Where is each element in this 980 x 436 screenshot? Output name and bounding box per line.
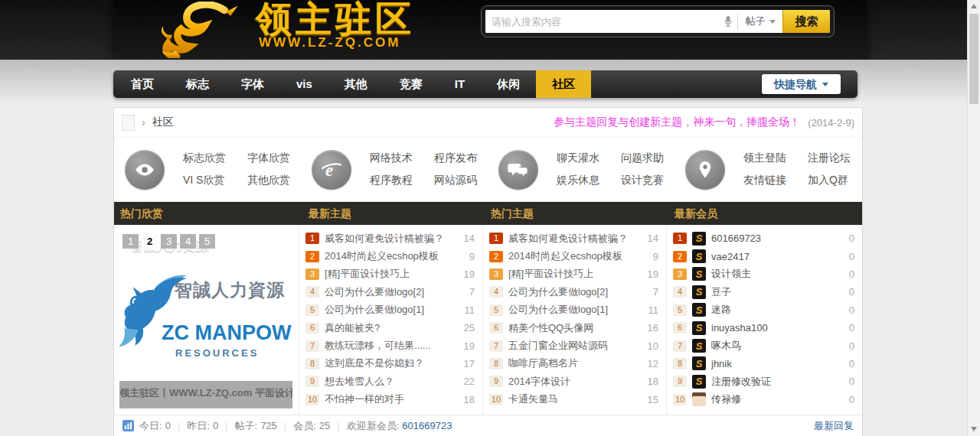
topic-row: 92014字体设计18	[489, 373, 658, 390]
search-input[interactable]	[485, 10, 719, 33]
topic-link[interactable]: [精]平面设计技巧上	[508, 267, 643, 281]
stat-label: 今日:	[139, 419, 162, 433]
latest-reply-link[interactable]: 最新回复	[814, 419, 854, 433]
chat-bubbles-icon	[498, 150, 538, 190]
rank-badge: 10	[489, 394, 503, 405]
ie-browser-icon: e	[312, 150, 351, 190]
member-link[interactable]: 豆子	[711, 285, 844, 299]
member-link[interactable]: inuyasha100	[711, 322, 844, 334]
section-title-latest-topics: 最新主题	[299, 202, 483, 225]
category-link[interactable]: VI S欣赏	[183, 174, 226, 187]
notice-date: (2014-2-9)	[808, 117, 854, 129]
topic-link[interactable]: 2014字体设计	[508, 375, 643, 389]
topic-link[interactable]: 不怕神一样的对手	[325, 392, 459, 406]
category-link[interactable]: 标志欣赏	[183, 151, 226, 165]
category-link[interactable]: 程序教程	[370, 174, 413, 187]
topic-link[interactable]: 真的能被夹?	[325, 321, 459, 335]
topic-link[interactable]: 五金门窗企业网站源码	[508, 339, 643, 353]
slider-page-button[interactable]: 5	[199, 234, 215, 249]
header: 领主驻区 WWW.LZ-ZQ.COM 帖子 搜索	[113, 0, 867, 60]
search-button[interactable]: 搜索	[782, 10, 830, 33]
nav-item[interactable]: vis	[280, 70, 328, 98]
nav-item[interactable]: 其他	[328, 70, 384, 98]
slider-page-button[interactable]: 4	[180, 234, 196, 249]
member-link[interactable]: 啄木鸟	[711, 339, 844, 353]
topic-link[interactable]: 威客如何避免设计稿被骗？	[325, 232, 459, 246]
reply-count: 12	[648, 358, 658, 369]
nav-item[interactable]: 字体	[225, 70, 280, 98]
topic-row: 22014时尚起义ecshop模板9	[489, 247, 658, 265]
slider-page-button[interactable]: 2	[142, 234, 158, 249]
member-link[interactable]: vae2417	[711, 251, 844, 262]
nav-item[interactable]: 社区	[536, 70, 591, 98]
scroll-up-icon[interactable]	[971, 4, 977, 8]
nav-item[interactable]: IT	[439, 70, 481, 98]
vertical-scrollbar[interactable]	[967, 0, 980, 436]
microphone-icon[interactable]	[719, 10, 737, 33]
topic-link[interactable]: 卡通矢量马	[508, 392, 643, 406]
slide-image[interactable]: 智誠人力資源 ZC MANPOWER RESOURCES 领主驻区丨WWW.LZ…	[119, 231, 292, 408]
topic-link[interactable]: 公司为什么要做logo[1]	[508, 303, 644, 317]
category-link[interactable]: 问题求助	[621, 151, 664, 165]
topic-row: 10卡通矢量马15	[489, 391, 658, 408]
new-member-link[interactable]: 601669723	[402, 420, 452, 431]
topic-link[interactable]: 公司为什么要做logo[2]	[325, 285, 465, 299]
slider-page-button[interactable]: 1	[122, 234, 139, 249]
topic-row: 5公司为什么要做logo[1]11	[305, 301, 475, 319]
category-link[interactable]: 网络技术	[370, 151, 413, 165]
category-link[interactable]: 娱乐休息	[557, 174, 599, 187]
nav-item[interactable]: 标志	[170, 70, 225, 98]
member-link[interactable]: 注册修改验证	[711, 375, 844, 389]
section-title-new-members: 最新会员	[667, 202, 862, 225]
forum-notice-link[interactable]: 参与主题回复与创建新主题，神来一句，捧腹全场！	[554, 116, 800, 129]
topic-link[interactable]: 2014时尚起义ecshop模板	[508, 249, 648, 263]
site-url: WWW.LZ-ZQ.COM	[259, 35, 400, 50]
topic-link[interactable]: 想去堆雪人么？	[325, 375, 459, 389]
home-icon[interactable]	[122, 115, 135, 131]
member-link[interactable]: 设计领主	[711, 267, 844, 281]
member-row: 3设计领主0	[673, 265, 854, 283]
rank-badge: 8	[673, 358, 687, 369]
topic-link[interactable]: 教练玩漂移，可结果......	[325, 339, 459, 353]
category-link[interactable]: 网站源码	[434, 174, 477, 187]
search-bar: 帖子 搜索	[481, 5, 835, 37]
nav-item[interactable]: 竞赛	[384, 70, 439, 98]
nav-item[interactable]: 首页	[115, 70, 170, 98]
topic-row: 6真的能被夹?25	[305, 319, 475, 337]
topic-link[interactable]: 这到底是不是你媳妇？	[325, 356, 459, 370]
category-link[interactable]: 其他欣赏	[247, 174, 290, 187]
category-link[interactable]: 字体欣赏	[247, 151, 290, 165]
member-link[interactable]: 传禄修	[711, 392, 844, 406]
member-link[interactable]: jhnik	[711, 358, 844, 369]
member-row: 2vae24170	[673, 247, 854, 265]
topic-link[interactable]: 威客如何避免设计稿被骗？	[508, 232, 643, 246]
category-link[interactable]: 程序发布	[434, 151, 477, 165]
reply-count: 19	[648, 268, 658, 280]
quick-nav-button[interactable]: 快捷导航	[762, 74, 841, 94]
topic-link[interactable]: 公司为什么要做logo[2]	[508, 285, 648, 299]
search-scope-dropdown[interactable]: 帖子	[738, 10, 782, 33]
slider-page-button[interactable]: 3	[161, 234, 177, 249]
category-link[interactable]: 设计竞赛	[621, 174, 664, 187]
category-link[interactable]: 聊天灌水	[557, 151, 599, 165]
category-link[interactable]: 加入Q群	[808, 174, 851, 187]
member-row: 6inuyasha1000	[673, 319, 854, 337]
breadcrumb-current[interactable]: 社区	[152, 116, 174, 129]
topic-link[interactable]: 2014时尚起义ecshop模板	[325, 249, 465, 263]
member-link[interactable]: 迷路	[711, 303, 844, 317]
scrollbar-thumb[interactable]	[969, 14, 978, 104]
reply-count: 7	[469, 286, 475, 298]
scroll-down-icon[interactable]	[971, 427, 977, 431]
rank-badge: 3	[673, 268, 687, 280]
reply-count: 10	[648, 340, 658, 352]
nav-item[interactable]: 休闲	[481, 70, 536, 98]
topic-link[interactable]: 咖啡厅高档名片	[508, 356, 643, 370]
category-link[interactable]: 领主登陆	[743, 151, 786, 165]
rank-badge: 4	[489, 286, 503, 298]
topic-link[interactable]: [精]平面设计技巧上	[325, 267, 459, 281]
topic-link[interactable]: 精美个性QQ头像网	[508, 321, 643, 335]
category-link[interactable]: 友情链接	[743, 174, 786, 187]
member-link[interactable]: 601669723	[711, 233, 844, 244]
topic-link[interactable]: 公司为什么要做logo[1]	[325, 303, 460, 317]
category-link[interactable]: 注册论坛	[808, 151, 851, 165]
